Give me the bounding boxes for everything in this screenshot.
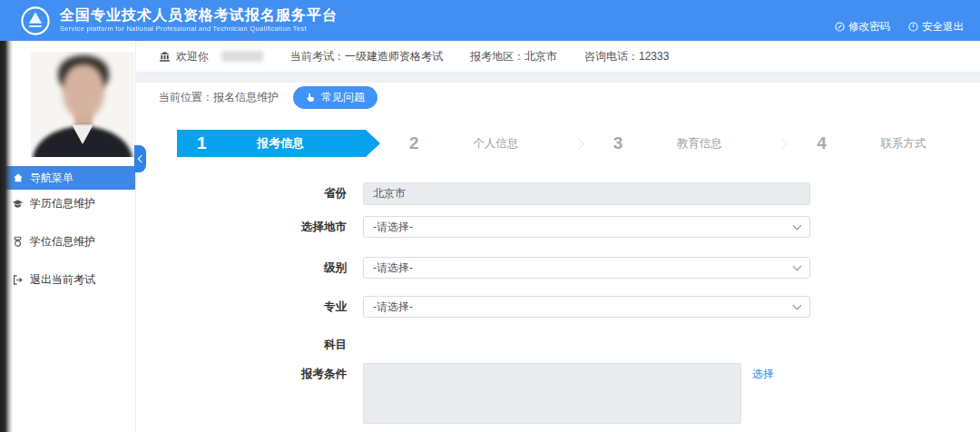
- chevron-down-icon: [793, 221, 802, 231]
- step-separator-icon: [776, 138, 788, 150]
- user-photo: [31, 52, 134, 157]
- power-circle-icon: [908, 22, 918, 32]
- title-block: 全国专业技术人员资格考试报名服务平台 Service platform for …: [60, 8, 338, 33]
- hotline-value: 12333: [639, 50, 669, 63]
- step-tab-3[interactable]: 3 教育信息: [584, 130, 777, 157]
- level-select-value: -请选择-: [373, 260, 413, 276]
- breadcrumb-bar: 当前位置：报名信息维护 常见问题: [136, 83, 980, 113]
- content-panel: 1 报考信息 2 个人信息 3 教育信息 4 联系方式: [136, 113, 980, 424]
- major-select[interactable]: -请选择-: [363, 296, 810, 318]
- current-exam-value: 一级建造师资格考试: [345, 49, 443, 64]
- form-row-level: 级别 -请选择-: [177, 257, 980, 279]
- step-tab-4[interactable]: 4 联系方式: [788, 130, 980, 157]
- chevron-down-icon: [793, 262, 802, 271]
- masked-user-name: [221, 51, 263, 62]
- medal-icon: [12, 236, 24, 248]
- hotline: 咨询电话： 12333: [584, 49, 669, 64]
- breadcrumb-label: 当前位置：: [159, 91, 213, 103]
- form-row-conditions: 报考条件 选择: [177, 363, 980, 424]
- sidebar-item-nav-menu[interactable]: 导航菜单: [0, 166, 135, 190]
- step-label: 联系方式: [827, 136, 980, 152]
- city-select[interactable]: -请选择-: [363, 216, 810, 238]
- sidebar-collapse-toggle[interactable]: [134, 145, 146, 172]
- breadcrumb-value: 报名信息维护: [213, 91, 279, 103]
- major-label: 专业: [177, 299, 363, 315]
- major-select-value: -请选择-: [373, 299, 413, 315]
- sidebar-item-label: 学历信息维护: [30, 196, 95, 211]
- sidebar-item-label: 学位信息维护: [30, 234, 95, 250]
- faq-button[interactable]: 常见问题: [293, 86, 377, 109]
- subject-label: 科目: [177, 338, 363, 353]
- hand-pointer-icon: [306, 93, 316, 103]
- sidebar-item-education-info[interactable]: 学历信息维护: [0, 194, 135, 212]
- exam-region-value: 北京市: [524, 49, 557, 64]
- city-select-value: -请选择-: [373, 220, 413, 235]
- home-icon: [12, 172, 24, 184]
- step-number: 1: [197, 133, 207, 153]
- sidebar-nav: 导航菜单 学历信息维护 学位信息维护 退出当前考试: [0, 166, 135, 289]
- form-row-province: 省份 北京市: [177, 182, 980, 205]
- sidebar-item-degree-info[interactable]: 学位信息维护: [0, 232, 135, 250]
- safe-logout-label: 安全退出: [922, 20, 964, 34]
- header-links: 修改密码 安全退出: [835, 20, 964, 34]
- building-icon: [159, 51, 171, 63]
- app-subtitle: Service platform for National Profession…: [60, 25, 338, 33]
- step-separator-icon: [573, 138, 584, 150]
- edit-circle-icon: [835, 22, 845, 32]
- step-label: 个人信息: [419, 136, 573, 152]
- form-row-major: 专业 -请选择-: [177, 296, 980, 318]
- chevron-down-icon: [793, 301, 802, 310]
- registration-form: 省份 北京市 选择地市 -请选择- 级别: [177, 182, 980, 424]
- photo-face: [63, 64, 104, 119]
- conditions-label: 报考条件: [177, 363, 363, 382]
- step-tab-1[interactable]: 1 报考信息: [177, 130, 380, 157]
- faq-button-label: 常见问题: [321, 90, 365, 105]
- welcome-label: 欢迎你: [176, 49, 209, 64]
- change-password-link[interactable]: 修改密码: [835, 20, 890, 34]
- graduation-cap-icon: [12, 198, 24, 210]
- app-logo-icon: [20, 5, 51, 36]
- conditions-select-link[interactable]: 选择: [752, 363, 774, 382]
- province-label: 省份: [177, 186, 363, 201]
- step-number: 4: [817, 133, 827, 153]
- left-edge-shadow: [0, 41, 13, 432]
- safe-logout-link[interactable]: 安全退出: [908, 20, 964, 34]
- app-header: 全国专业技术人员资格考试报名服务平台 Service platform for …: [0, 0, 980, 41]
- step-label: 报考信息: [207, 135, 355, 152]
- sidebar-item-label: 退出当前考试: [30, 272, 95, 288]
- app-title: 全国专业技术人员资格考试报名服务平台: [60, 8, 338, 23]
- step-label: 教育信息: [622, 136, 776, 152]
- separator-band: [136, 73, 980, 83]
- form-row-subject: 科目: [177, 338, 980, 353]
- step-tab-2[interactable]: 2 个人信息: [380, 130, 573, 157]
- step-wizard: 1 报考信息 2 个人信息 3 教育信息 4 联系方式: [177, 130, 980, 157]
- conditions-textarea: [363, 363, 741, 424]
- user-info-bar: 欢迎你 当前考试： 一级建造师资格考试 报考地区： 北京市 咨询电话： 1233…: [136, 41, 980, 73]
- exam-region: 报考地区： 北京市: [470, 49, 557, 64]
- step-number: 3: [613, 133, 623, 153]
- sidebar-item-exit-exam[interactable]: 退出当前考试: [0, 270, 135, 289]
- province-field: 北京市: [363, 182, 810, 205]
- city-label: 选择地市: [177, 220, 363, 235]
- main-area: 欢迎你 当前考试： 一级建造师资格考试 报考地区： 北京市 咨询电话： 1233…: [136, 41, 980, 432]
- screen: 全国专业技术人员资格考试报名服务平台 Service platform for …: [0, 0, 980, 432]
- exam-region-label: 报考地区：: [470, 49, 524, 64]
- level-label: 级别: [177, 260, 363, 276]
- change-password-label: 修改密码: [848, 20, 890, 34]
- current-exam-label: 当前考试：: [290, 49, 345, 64]
- level-select[interactable]: -请选择-: [363, 257, 810, 279]
- sidebar-item-label: 导航菜单: [30, 171, 74, 186]
- step-number: 2: [409, 133, 419, 153]
- current-exam: 当前考试： 一级建造师资格考试: [290, 49, 443, 64]
- breadcrumb: 当前位置：报名信息维护: [159, 90, 279, 105]
- chevron-left-icon: [137, 155, 144, 162]
- sidebar: 导航菜单 学历信息维护 学位信息维护 退出当前考试: [0, 41, 136, 432]
- hotline-label: 咨询电话：: [584, 49, 639, 64]
- logout-icon: [12, 274, 24, 286]
- form-row-city: 选择地市 -请选择-: [177, 216, 980, 238]
